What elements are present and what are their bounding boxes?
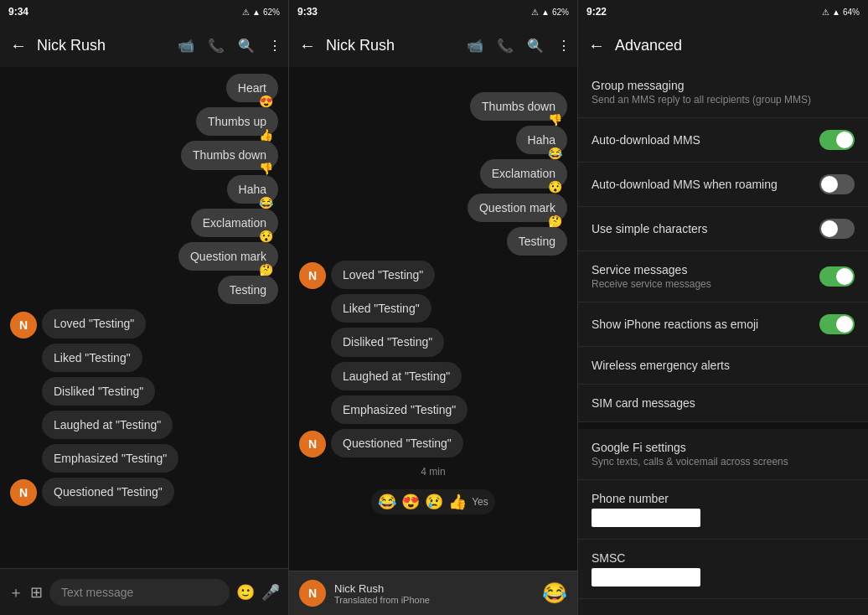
settings-item-google-fi[interactable]: Google Fi settings Sync texts, calls & v… [578, 429, 868, 480]
message-row: Testing [299, 227, 567, 256]
panel-1: 9:34 ⚠ ▲ 62% ← Nick Rush 📹 📞 🔍 ⋮ Heart 😍… [0, 0, 289, 615]
msg-text: Haha [528, 133, 555, 147]
contact-name-1: Nick Rush [37, 37, 171, 54]
settings-item-title: Google Fi settings [592, 441, 855, 454]
add-icon[interactable]: ＋ [8, 582, 23, 602]
settings-item-title: SIM card messages [592, 396, 855, 410]
battery-icon: 62% [552, 8, 569, 17]
message-row-received: N Questioned "Testing" [10, 478, 278, 506]
message-row: Exclamation 😯 [299, 159, 567, 188]
wifi-icon: ▲ [541, 8, 550, 17]
msg-text: Disliked "Testing" [343, 335, 432, 349]
msg-bubble-haha: Haha 😂 [227, 175, 278, 204]
message-row-received: N Loved "Testing" [299, 261, 567, 289]
battery-icon: 62% [263, 8, 280, 17]
toggle-service-messages[interactable] [819, 266, 855, 287]
reaction-bar[interactable]: 😂 😍 😢 👍 Yes [371, 489, 495, 514]
msg-bubble-testing2: Testing [507, 227, 567, 256]
header-icons-2: 📹 📞 🔍 ⋮ [467, 38, 571, 54]
settings-item-title: Service messages [592, 263, 819, 276]
notification-name: Nick Rush [334, 582, 534, 595]
emoji-icon[interactable]: 🙂 [236, 583, 255, 602]
msg-text: Haha [239, 183, 266, 196]
toggle-auto-download[interactable] [819, 130, 855, 150]
back-button-3[interactable]: ← [585, 33, 608, 59]
search-icon[interactable]: 🔍 [238, 38, 255, 54]
back-button-2[interactable]: ← [296, 33, 319, 59]
yes-reaction[interactable]: Yes [472, 496, 488, 508]
wifi-icon: ▲ [832, 8, 840, 17]
smsc-input[interactable] [592, 568, 700, 587]
phone-icon[interactable]: 📞 [497, 38, 514, 54]
thumbsup-reaction[interactable]: 👍 [448, 493, 467, 511]
back-button-1[interactable]: ← [7, 33, 30, 59]
message-row-received: Laughed at "Testing" [42, 411, 278, 439]
settings-item-title: Use simple characters [592, 222, 819, 235]
settings-item-title: Wireless emergency alerts [592, 359, 855, 372]
haha-reaction[interactable]: 😂 [378, 493, 396, 511]
more-icon[interactable]: ⋮ [557, 38, 571, 54]
chat-header-1: ← Nick Rush 📹 📞 🔍 ⋮ [0, 23, 288, 67]
status-bar-2: 9:33 ⚠ ▲ 62% [289, 0, 577, 23]
notification-subtitle: Translated from iPhone [334, 595, 534, 605]
message-row: Haha 😂 [10, 175, 278, 204]
settings-item-emergency-alerts[interactable]: Wireless emergency alerts [578, 347, 868, 385]
msg-bubble-exclamation2: Exclamation 😯 [480, 159, 567, 188]
msg-text: Emphasized "Testing" [343, 403, 456, 416]
search-icon[interactable]: 🔍 [527, 38, 544, 54]
msg-text: Laughed at "Testing" [343, 370, 450, 383]
settings-item-smsc[interactable]: SMSC [578, 540, 868, 599]
more-icon[interactable]: ⋮ [268, 38, 282, 54]
settings-item-text: Group messaging Send an MMS reply to all… [592, 79, 855, 106]
messages-area-1: Heart 😍 Thumbs up 👍 Thumbs down 👎 Haha 😂 [0, 67, 288, 568]
status-time-2: 9:33 [297, 6, 318, 18]
settings-item-group-messaging[interactable]: Group messaging Send an MMS reply to all… [578, 67, 868, 118]
phone-number-input[interactable] [592, 509, 700, 527]
settings-item-auto-download-roaming[interactable]: Auto-download MMS when roaming [578, 163, 868, 207]
avatar: N [10, 479, 37, 506]
msg-text: Exclamation [492, 167, 555, 180]
msg-text: Question mark [479, 201, 555, 214]
settings-item-text: Show iPhone reactions as emoji [592, 318, 819, 331]
signal-icon: ⚠ [822, 8, 829, 17]
msg-bubble-liked2: Liked "Testing" [331, 294, 431, 323]
settings-item-subtitle: Receive service messages [592, 278, 819, 290]
status-icons-1: ⚠ ▲ 62% [242, 8, 280, 17]
attach-icon[interactable]: ⊞ [30, 583, 43, 602]
status-time-1: 9:34 [8, 6, 28, 18]
settings-item-iphone-reactions[interactable]: Show iPhone reactions as emoji [578, 302, 868, 347]
msg-text: Thumbs down [482, 100, 555, 113]
settings-item-sim-messages[interactable]: SIM card messages [578, 385, 868, 422]
phone-icon[interactable]: 📞 [208, 38, 225, 54]
toggle-roaming[interactable] [819, 174, 855, 194]
notification-bar: N Nick Rush Translated from iPhone 😂 [289, 571, 577, 615]
settings-item-service-messages[interactable]: Service messages Receive service message… [578, 251, 868, 302]
video-icon[interactable]: 📹 [467, 38, 483, 54]
love-reaction[interactable]: 😍 [401, 493, 420, 511]
message-input[interactable] [49, 579, 230, 606]
toggle-iphone-reactions[interactable] [819, 314, 855, 334]
settings-item-title: SMSC [592, 551, 625, 565]
mic-icon[interactable]: 🎤 [261, 583, 280, 602]
message-row-received: Liked "Testing" [331, 294, 567, 323]
wifi-icon: ▲ [252, 8, 261, 17]
message-row-received: Disliked "Testing" [331, 328, 567, 356]
settings-content: Group messaging Send an MMS reply to all… [578, 67, 868, 615]
message-row-received: Emphasized "Testing" [331, 395, 567, 424]
settings-item-phone-number[interactable]: Phone number [578, 480, 868, 540]
msg-bubble-question: Question mark 🤔 [178, 242, 278, 271]
settings-item-simple-chars[interactable]: Use simple characters [578, 207, 868, 251]
msg-text: Liked "Testing" [343, 302, 420, 315]
msg-bubble-thumbsdown: Thumbs down 👎 [181, 141, 278, 169]
toggle-simple-chars[interactable] [819, 219, 855, 239]
settings-item-title: Auto-download MMS [592, 133, 819, 147]
video-icon[interactable]: 📹 [178, 38, 194, 54]
msg-bubble-liked: Liked "Testing" [42, 344, 142, 372]
message-row: Question mark 🤔 [10, 242, 278, 271]
settings-item-auto-download[interactable]: Auto-download MMS [578, 118, 868, 163]
message-row: Question mark 🤔 [299, 194, 567, 222]
settings-item-text: Wireless emergency alerts [592, 359, 855, 372]
cry-reaction[interactable]: 😢 [425, 493, 443, 511]
msg-text: Testing [230, 283, 266, 297]
signal-icon: ⚠ [242, 8, 250, 17]
